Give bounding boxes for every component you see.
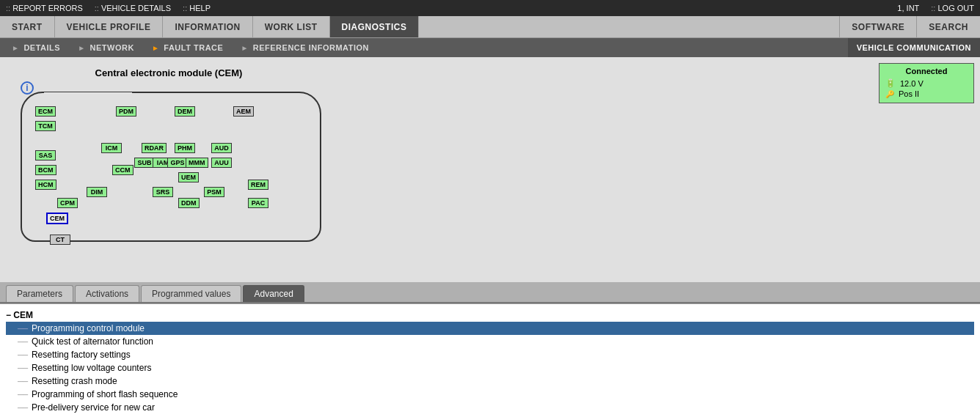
module-ddm[interactable]: DDM [178,198,200,208]
module-phm[interactable]: PHM [175,143,195,153]
tree-item-4[interactable]: Resetting crash mode [6,374,974,388]
tree-item-0[interactable]: Programming control module [6,322,974,335]
ref-info-arrow-icon: ► [241,44,248,52]
vehicle-details-link[interactable]: VEHICLE DETAILS [95,4,171,12]
battery-icon [885,78,896,88]
module-pdm[interactable]: PDM [116,106,136,117]
tree-panel: CEM Programming control moduleQuick test… [0,303,980,417]
module-bcm[interactable]: BCM [35,165,56,175]
module-sub[interactable]: SUB [134,158,155,168]
module-mmm[interactable]: MMM [186,158,208,168]
module-dim[interactable]: DIM [87,187,107,197]
info-icon[interactable]: i [21,81,34,95]
module-gps[interactable]: GPS [167,158,188,168]
tab-programmed-values[interactable]: Programmed values [141,285,241,302]
tree-item-3[interactable]: Resetting low voltage counters [6,361,974,374]
top-bar-left: REPORT ERRORS VEHICLE DETAILS HELP [6,4,211,12]
module-pac[interactable]: PAC [248,198,268,208]
tree-item-5[interactable]: Programming of short flash sequence [6,388,974,401]
module-rem[interactable]: REM [248,180,268,190]
subnav-network[interactable]: ► NETWORK [69,38,143,57]
module-ecm[interactable]: ECM [35,106,56,117]
fault-trace-arrow-icon: ► [152,44,159,52]
nav-software[interactable]: SOFTWARE [839,16,916,37]
position-value: Pos II [899,89,919,98]
module-srs[interactable]: SRS [153,187,173,197]
tree-item-1[interactable]: Quick test of alternator function [6,335,974,348]
key-icon [885,89,894,98]
tree-root-cem[interactable]: CEM [6,309,974,322]
report-errors-link[interactable]: REPORT ERRORS [6,4,83,12]
nav-search[interactable]: SEARCH [916,16,980,37]
vehicle-communication-label: VEHICLE COMMUNICATION [848,38,980,57]
connected-label: Connected [885,67,968,75]
module-ct[interactable]: CT [50,235,70,245]
tab-activations[interactable]: Activations [75,285,139,302]
module-icm[interactable]: ICM [101,143,122,153]
main-nav-right: SOFTWARE SEARCH [839,16,980,37]
bottom-section: ParametersActivationsProgrammed valuesAd… [0,282,980,417]
module-cpm[interactable]: CPM [57,198,78,208]
module-dem[interactable]: DEM [175,106,195,117]
top-bar: REPORT ERRORS VEHICLE DETAILS HELP 1, IN… [0,0,980,16]
module-hcm[interactable]: HCM [35,180,56,190]
module-auu[interactable]: AUU [211,158,232,168]
tree-item-2[interactable]: Resetting factory settings [6,348,974,361]
module-uem[interactable]: UEM [178,172,199,182]
nav-start[interactable]: START [0,16,55,37]
logout-button[interactable]: LOG OUT [931,4,974,12]
tab-advanced[interactable]: Advanced [243,285,304,302]
module-tcm[interactable]: TCM [35,121,56,131]
details-arrow-icon: ► [12,44,19,52]
network-diagram: ECMTCMSASBCMHCMCPMCEMCTPDMDEMAEMDIMICMCC… [6,84,336,253]
module-cem[interactable]: CEM [46,213,68,224]
subnav-reference-info[interactable]: ► REFERENCE INFORMATION [232,38,378,57]
subnav-fault-trace[interactable]: ► FAULT TRACE [143,38,232,57]
connected-box: Connected 12.0 V Pos II [879,63,974,103]
nav-diagnostics[interactable]: DIAGNOSTICS [330,16,420,37]
module-psm[interactable]: PSM [204,187,224,197]
network-arrow-icon: ► [78,44,85,52]
tree-item-6[interactable]: Pre-delivery service for new car [6,401,974,414]
nav-vehicle-profile[interactable]: VEHICLE PROFILE [55,16,164,37]
sub-nav: ► DETAILS ► NETWORK ► FAULT TRACE ► REFE… [0,38,980,57]
tab-parameters[interactable]: Parameters [6,285,73,302]
nav-information[interactable]: INFORMATION [163,16,252,37]
tabs-bar: ParametersActivationsProgrammed valuesAd… [0,282,980,303]
module-aem[interactable]: AEM [233,106,254,117]
top-bar-right: 1, INT LOG OUT [897,4,974,12]
module-title: Central electronic module (CEM) [6,62,332,81]
module-ccm[interactable]: CCM [112,165,134,175]
main-nav: START VEHICLE PROFILE INFORMATION WORK L… [0,16,980,38]
module-sas[interactable]: SAS [35,150,56,160]
subnav-details[interactable]: ► DETAILS [3,38,69,57]
module-rdar[interactable]: RDAR [142,143,167,153]
voltage-row: 12.0 V [885,78,968,88]
module-aud[interactable]: AUD [211,143,232,153]
help-link[interactable]: HELP [183,4,211,12]
user-info: 1, INT [897,4,919,12]
position-row: Pos II [885,89,968,98]
voltage-value: 12.0 V [900,79,924,88]
nav-work-list[interactable]: WORK LIST [253,16,330,37]
